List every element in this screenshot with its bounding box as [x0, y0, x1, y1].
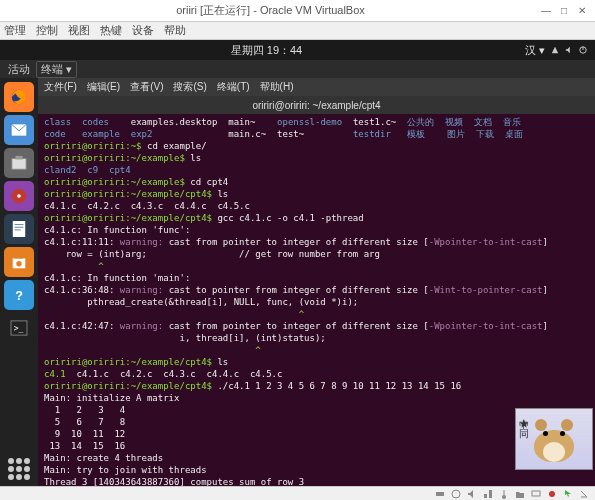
vbox-titlebar: oriiri [正在运行] - Oracle VM VirtualBox — □…: [0, 0, 595, 22]
gnome-dock: ? >_: [0, 78, 38, 486]
gnome-clock[interactable]: 星期四 19：44: [8, 43, 525, 58]
vbox-menu-control[interactable]: 控制: [36, 23, 58, 38]
vbox-title: oriiri [正在运行] - Oracle VM VirtualBox: [6, 3, 535, 18]
terminal-menubar: 文件(F) 编辑(E) 查看(V) 搜索(S) 终端(T) 帮助(H): [38, 78, 595, 96]
svg-rect-8: [13, 221, 25, 237]
terminal-output[interactable]: class codes examples.desktop main~ opens…: [38, 114, 595, 486]
status-cd-icon[interactable]: [451, 489, 461, 499]
term-menu-view[interactable]: 查看(V): [130, 80, 163, 94]
status-shared-icon[interactable]: [515, 489, 525, 499]
status-hdd-icon[interactable]: [435, 489, 445, 499]
svg-rect-21: [489, 490, 492, 498]
svg-point-7: [17, 194, 21, 198]
gnome-app-menu: 活动 终端 ▾: [0, 60, 595, 78]
svg-text:?: ?: [15, 289, 23, 303]
term-menu-terminal[interactable]: 终端(T): [217, 80, 250, 94]
network-icon[interactable]: [551, 46, 559, 54]
minimize-button[interactable]: —: [539, 4, 553, 18]
dock-help-icon[interactable]: ?: [4, 280, 34, 310]
close-button[interactable]: ✕: [575, 4, 589, 18]
terminal-app-menu[interactable]: 终端 ▾: [36, 61, 77, 78]
desktop-avatar-widget[interactable]: 中★同: [515, 408, 593, 470]
status-display-icon[interactable]: [531, 489, 541, 499]
power-icon[interactable]: [579, 46, 587, 54]
dock-terminal-icon[interactable]: >_: [4, 313, 34, 343]
status-audio-icon[interactable]: [467, 489, 477, 499]
svg-rect-18: [436, 492, 444, 496]
gnome-top-bar: 星期四 19：44 汉 ▾: [0, 40, 595, 60]
vbox-menu-manage[interactable]: 管理: [4, 23, 26, 38]
dock-firefox-icon[interactable]: [4, 82, 34, 112]
dock-rhythmbox-icon[interactable]: [4, 181, 34, 211]
vbox-menu-devices[interactable]: 设备: [132, 23, 154, 38]
vbox-menu-help[interactable]: 帮助: [164, 23, 186, 38]
svg-point-13: [16, 261, 21, 266]
term-menu-help[interactable]: 帮助(H): [260, 80, 294, 94]
status-mouse-icon[interactable]: [563, 489, 573, 499]
vbox-menu-hotkey[interactable]: 热键: [100, 23, 122, 38]
svg-rect-20: [484, 494, 487, 498]
svg-text:>_: >_: [14, 324, 24, 333]
vbox-statusbar: [0, 486, 595, 500]
avatar-text: 中★同: [518, 411, 528, 421]
dock-email-icon[interactable]: [4, 115, 34, 145]
activities-button[interactable]: 活动: [8, 62, 30, 77]
dock-software-icon[interactable]: [4, 247, 34, 277]
svg-point-19: [452, 490, 460, 498]
maximize-button[interactable]: □: [557, 4, 571, 18]
svg-rect-4: [12, 159, 26, 170]
terminal-window: 文件(F) 编辑(E) 查看(V) 搜索(S) 终端(T) 帮助(H) orir…: [38, 78, 595, 486]
terminal-titlebar: oririri@oririri: ~/example/cpt4: [38, 96, 595, 114]
hamster-icon: [529, 417, 579, 462]
svg-point-25: [549, 491, 555, 497]
svg-rect-5: [15, 156, 22, 160]
terminal-title: oririri@oririri: ~/example/cpt4: [252, 100, 380, 111]
vbox-menu-view[interactable]: 视图: [68, 23, 90, 38]
dock-files-icon[interactable]: [4, 148, 34, 178]
term-menu-search[interactable]: 搜索(S): [173, 80, 206, 94]
term-menu-file[interactable]: 文件(F): [44, 80, 77, 94]
svg-rect-24: [532, 491, 540, 496]
status-key-icon[interactable]: [579, 489, 589, 499]
status-usb-icon[interactable]: [499, 489, 509, 499]
vbox-menubar: 管理 控制 视图 热键 设备 帮助: [0, 22, 595, 40]
dock-writer-icon[interactable]: [4, 214, 34, 244]
volume-icon[interactable]: [565, 46, 573, 54]
dock-apps-grid-icon[interactable]: [8, 458, 30, 480]
status-rec-icon[interactable]: [547, 489, 557, 499]
status-net-icon[interactable]: [483, 489, 493, 499]
term-menu-edit[interactable]: 编辑(E): [87, 80, 120, 94]
gnome-lang-indicator[interactable]: 汉 ▾: [525, 43, 545, 58]
